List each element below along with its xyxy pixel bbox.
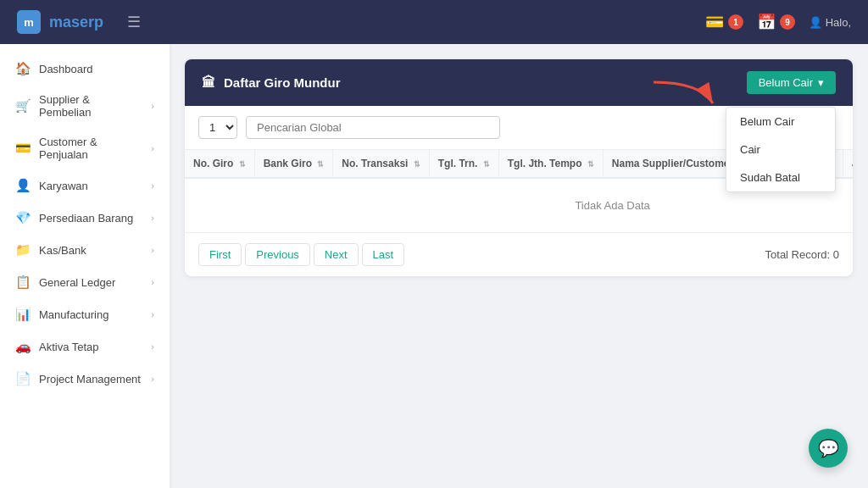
dropdown-item-sudah-batal[interactable]: Sudah Batal (726, 164, 835, 191)
sidebar-label-aktiva: Aktiva Tetap (39, 341, 99, 353)
notification-icon: 💳 (705, 13, 724, 31)
calendar-wrap[interactable]: 📅 9 (757, 13, 795, 31)
chevron-right-icon: › (151, 180, 154, 191)
sidebar-label-persediaan: Persediaan Barang (39, 212, 133, 225)
dropdown-label: Belum Cair (759, 76, 813, 89)
sort-icon: ⇅ (483, 160, 490, 169)
general-icon: 📋 (15, 274, 31, 290)
chevron-right-icon: › (151, 143, 154, 153)
customer-icon: 💳 (15, 141, 31, 156)
brand-prefix: mas (49, 14, 80, 30)
page-title: Daftar Giro Mundur (224, 75, 341, 90)
project-icon: 📄 (15, 371, 31, 386)
navbar-right: 💳 1 📅 9 👤 Halo, (705, 13, 851, 31)
previous-page-button[interactable]: Previous (245, 243, 310, 266)
belum-cair-button[interactable]: Belum Cair ▾ (747, 71, 836, 94)
chevron-right-icon: › (151, 213, 154, 223)
dropdown-item-belum-cair[interactable]: Belum Cair (726, 108, 835, 136)
th-no-transaksi: No. Transaksi ⇅ (333, 150, 429, 178)
dropdown-menu: Belum Cair Cair Sudah Batal (726, 107, 836, 192)
supplier-icon: 🛒 (15, 98, 31, 114)
kasbank-icon: 📁 (15, 242, 31, 258)
sidebar-item-project[interactable]: 📄 Project Management › (0, 363, 170, 395)
sidebar-item-dashboard[interactable]: 🏠 Dashboard (0, 53, 170, 85)
persediaan-icon: 💎 (15, 210, 31, 225)
total-record-label: Total Record: (765, 248, 831, 261)
hamburger-icon[interactable]: ☰ (127, 13, 141, 31)
sidebar-item-manufacturing[interactable]: 📊 Manufacturing › (0, 298, 170, 330)
karyawan-icon: 👤 (15, 178, 31, 193)
sidebar-label-dashboard: Dashboard (39, 63, 93, 75)
chevron-right-icon: › (151, 374, 154, 384)
sidebar-item-customer[interactable]: 💳 Customer & Penjualan › (0, 127, 170, 169)
next-page-button[interactable]: Next (314, 243, 359, 266)
user-greeting: 👤 Halo, (809, 16, 851, 29)
chevron-right-icon: › (151, 277, 154, 287)
user-icon: 👤 (809, 16, 822, 29)
th-jml: Jml. Transaksi ⇅ (843, 150, 853, 178)
sidebar-label-supplier: Supplier & Pembelian (39, 93, 142, 119)
first-page-button[interactable]: First (198, 243, 242, 266)
card-footer: First Previous Next Last Total Record: 0 (185, 232, 853, 276)
chevron-right-icon: › (151, 309, 154, 319)
sort-icon: ⇅ (414, 160, 420, 169)
sidebar-item-supplier[interactable]: 🛒 Supplier & Pembelian › (0, 85, 170, 127)
sidebar-label-manufacturing: Manufacturing (39, 308, 108, 321)
chevron-right-icon: › (151, 245, 154, 255)
notification-wrap[interactable]: 💳 1 (705, 13, 743, 31)
total-record-value: 0 (833, 248, 839, 261)
notification-badge: 1 (728, 14, 743, 30)
brand-logo: m (17, 10, 41, 34)
th-no-giro: No. Giro ⇅ (185, 150, 254, 178)
dropdown-wrap: Belum Cair ▾ Belum Cair Cair Sudah Batal (747, 71, 836, 94)
pagination: First Previous Next Last (198, 243, 404, 266)
brand-suffix: erp (80, 14, 103, 30)
manufacturing-icon: 📊 (15, 307, 31, 322)
logo-letter: m (24, 16, 34, 29)
th-bank-giro: Bank Giro ⇅ (254, 150, 333, 178)
total-record: Total Record: 0 (765, 248, 839, 261)
dashboard-icon: 🏠 (15, 61, 31, 76)
sidebar-item-general[interactable]: 📋 General Ledger › (0, 266, 170, 298)
sidebar-label-karyawan: Karyawan (39, 180, 88, 192)
building-icon: 🏛 (202, 75, 215, 91)
sidebar-item-aktiva[interactable]: 🚗 Aktiva Tetap › (0, 330, 170, 363)
last-page-button[interactable]: Last (362, 243, 405, 266)
greeting-text: Halo, (826, 16, 851, 29)
brand-area: m maserp ☰ (17, 10, 141, 34)
main-layout: 🏠 Dashboard 🛒 Supplier & Pembelian › 💳 C… (0, 44, 868, 488)
chevron-right-icon: › (151, 341, 154, 352)
sort-icon: ⇅ (587, 160, 594, 169)
th-nama: Nama Supplier/Customer (603, 150, 742, 178)
sidebar-item-karyawan[interactable]: 👤 Karyawan › (0, 169, 170, 202)
sidebar: 🏠 Dashboard 🛒 Supplier & Pembelian › 💳 C… (0, 44, 170, 488)
sidebar-item-persediaan[interactable]: 💎 Persediaan Barang › (0, 202, 170, 234)
th-tgl-trn: Tgl. Trn. ⇅ (429, 150, 498, 178)
per-page-select[interactable]: 1 (198, 116, 237, 139)
navbar: m maserp ☰ 💳 1 📅 9 👤 Halo, (0, 0, 868, 44)
aktiva-icon: 🚗 (15, 339, 31, 354)
dropdown-chevron-icon: ▾ (818, 76, 824, 89)
content-area: 🏛 Daftar Giro Mundur (170, 44, 868, 488)
brand-text: maserp (49, 14, 103, 31)
sort-icon: ⇅ (317, 160, 324, 169)
main-card: 🏛 Daftar Giro Mundur (185, 59, 853, 276)
search-input[interactable] (246, 116, 500, 139)
chat-icon: 💬 (818, 438, 839, 458)
sidebar-label-customer: Customer & Penjualan (39, 136, 142, 161)
sort-icon: ⇅ (239, 160, 246, 169)
calendar-icon: 📅 (757, 13, 776, 31)
card-title: 🏛 Daftar Giro Mundur (202, 75, 341, 91)
th-tgl-jth: Tgl. Jth. Tempo ⇅ (498, 150, 603, 178)
sidebar-label-kasbank: Kas/Bank (39, 244, 86, 257)
sidebar-item-kasbank[interactable]: 📁 Kas/Bank › (0, 234, 170, 266)
chat-button[interactable]: 💬 (809, 429, 848, 468)
dropdown-item-cair[interactable]: Cair (726, 136, 835, 164)
sidebar-label-project: Project Management (39, 373, 141, 385)
card-header: 🏛 Daftar Giro Mundur (185, 59, 853, 106)
calendar-badge: 9 (780, 14, 795, 30)
chevron-right-icon: › (151, 101, 154, 111)
sidebar-label-general: General Ledger (39, 276, 115, 289)
